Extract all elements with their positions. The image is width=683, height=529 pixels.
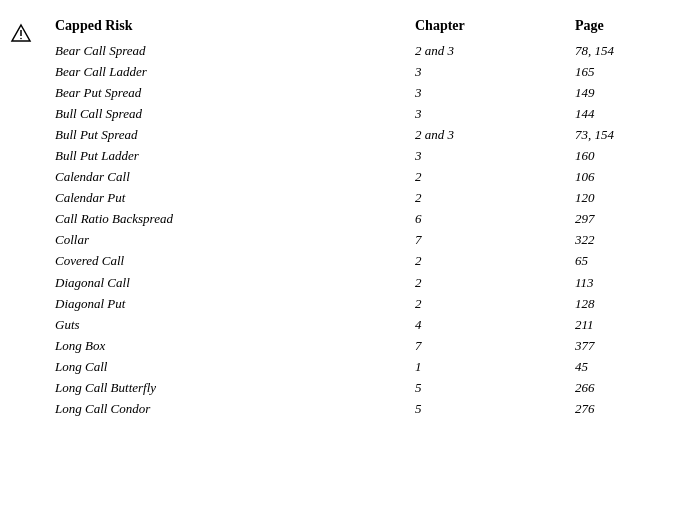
row-page: 73, 154 <box>575 124 614 145</box>
row-chapter: 2 <box>415 187 575 208</box>
row-name: Guts <box>55 314 415 335</box>
row-page: 113 <box>575 272 594 293</box>
chapter-header: Chapter <box>415 18 575 34</box>
table-row: Bear Call Ladder3165 <box>55 61 663 82</box>
row-name: Long Call Condor <box>55 398 415 419</box>
row-page: 160 <box>575 145 595 166</box>
row-page: 120 <box>575 187 595 208</box>
table-row: Bull Put Spread2 and 373, 154 <box>55 124 663 145</box>
row-name: Covered Call <box>55 250 415 271</box>
table-row: Bear Call Spread2 and 378, 154 <box>55 40 663 61</box>
table-header: Capped Risk Chapter Page <box>55 18 663 36</box>
row-name: Diagonal Put <box>55 293 415 314</box>
row-page: 276 <box>575 398 595 419</box>
row-name: Calendar Call <box>55 166 415 187</box>
table-row: Diagonal Call2113 <box>55 272 663 293</box>
row-page: 78, 154 <box>575 40 614 61</box>
row-page: 128 <box>575 293 595 314</box>
row-page: 149 <box>575 82 595 103</box>
row-name: Call Ratio Backspread <box>55 208 415 229</box>
row-page: 322 <box>575 229 595 250</box>
row-page: 144 <box>575 103 595 124</box>
row-name: Long Call <box>55 356 415 377</box>
row-chapter: 3 <box>415 61 575 82</box>
row-chapter: 5 <box>415 398 575 419</box>
row-name: Diagonal Call <box>55 272 415 293</box>
table-row: Diagonal Put2128 <box>55 293 663 314</box>
table-row: Call Ratio Backspread6297 <box>55 208 663 229</box>
row-chapter: 2 and 3 <box>415 40 575 61</box>
row-name: Long Box <box>55 335 415 356</box>
row-chapter: 2 <box>415 272 575 293</box>
row-name: Bull Put Spread <box>55 124 415 145</box>
row-chapter: 7 <box>415 335 575 356</box>
row-page: 106 <box>575 166 595 187</box>
row-name: Bear Put Spread <box>55 82 415 103</box>
row-page: 297 <box>575 208 595 229</box>
row-name: Bull Put Ladder <box>55 145 415 166</box>
table-row: Long Call Condor5276 <box>55 398 663 419</box>
row-chapter: 7 <box>415 229 575 250</box>
table-body: Bear Call Spread2 and 378, 154Bear Call … <box>55 40 663 419</box>
row-chapter: 5 <box>415 377 575 398</box>
row-page: 266 <box>575 377 595 398</box>
row-chapter: 3 <box>415 103 575 124</box>
row-page: 377 <box>575 335 595 356</box>
row-page: 65 <box>575 250 588 271</box>
page-header: Page <box>575 18 604 34</box>
table-row: Bull Call Spread3144 <box>55 103 663 124</box>
table-row: Guts4211 <box>55 314 663 335</box>
row-chapter: 3 <box>415 82 575 103</box>
table-row: Long Call Butterfly5266 <box>55 377 663 398</box>
row-name: Long Call Butterfly <box>55 377 415 398</box>
table-row: Calendar Call2106 <box>55 166 663 187</box>
table-row: Covered Call265 <box>55 250 663 271</box>
row-name: Calendar Put <box>55 187 415 208</box>
row-page: 165 <box>575 61 595 82</box>
table-row: Long Box7377 <box>55 335 663 356</box>
row-name: Bear Call Ladder <box>55 61 415 82</box>
row-page: 45 <box>575 356 588 377</box>
row-chapter: 3 <box>415 145 575 166</box>
section-title: Capped Risk <box>55 18 415 34</box>
table-row: Calendar Put2120 <box>55 187 663 208</box>
row-chapter: 2 and 3 <box>415 124 575 145</box>
row-name: Collar <box>55 229 415 250</box>
table-row: Bull Put Ladder3160 <box>55 145 663 166</box>
row-name: Bear Call Spread <box>55 40 415 61</box>
table-row: Collar7322 <box>55 229 663 250</box>
row-chapter: 1 <box>415 356 575 377</box>
triangle-icon <box>10 22 32 48</box>
row-chapter: 4 <box>415 314 575 335</box>
row-chapter: 2 <box>415 250 575 271</box>
row-chapter: 2 <box>415 293 575 314</box>
row-chapter: 6 <box>415 208 575 229</box>
table-row: Bear Put Spread3149 <box>55 82 663 103</box>
row-page: 211 <box>575 314 594 335</box>
table-row: Long Call145 <box>55 356 663 377</box>
row-chapter: 2 <box>415 166 575 187</box>
svg-point-2 <box>20 38 22 40</box>
row-name: Bull Call Spread <box>55 103 415 124</box>
